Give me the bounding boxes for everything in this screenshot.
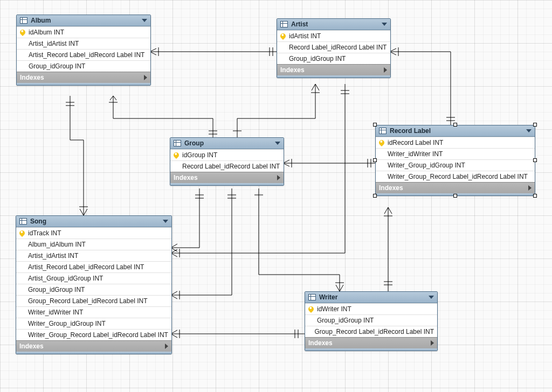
column-label: Writer_Group_idGroup INT [388,162,465,169]
column-row[interactable]: idWriter INT [305,303,437,314]
table-icon [308,294,316,300]
column-label: Writer_Group_Record Label_idRecord Label… [28,331,168,339]
collapse-icon[interactable] [382,23,387,26]
column-row[interactable]: Group_idGroup INT [305,314,437,326]
selection-handle[interactable] [533,158,537,162]
column-row[interactable]: Group_idGroup INT [277,53,390,64]
column-label: Artist_Group_idGroup INT [28,275,103,282]
column-row[interactable]: idTrack INT [16,227,171,239]
expand-icon[interactable] [144,75,147,80]
column-label: idAlbum INT [29,29,64,36]
entity-song[interactable]: SongidTrack INTAlbum_idAlbum INTArtist_i… [16,215,172,354]
column-label: Group_idGroup INT [29,62,85,70]
indexes-label: Indexes [174,174,198,181]
column-row[interactable]: idGroup INT [170,149,284,160]
column-row[interactable]: Group_Record Label_idRecord Label INT [16,295,171,306]
column-row[interactable]: idArtist INT [277,30,390,41]
entity-titlebar[interactable]: Song [16,216,171,227]
table-icon [280,21,288,27]
expand-icon[interactable] [431,340,434,346]
collapse-icon[interactable] [429,296,434,299]
primary-key-icon [378,139,385,146]
column-label: Artist_Record Label_idRecord Label INT [29,51,144,59]
entity-footer [170,183,284,185]
selection-handle[interactable] [453,123,457,127]
entity-titlebar[interactable]: Record Label [376,125,535,137]
column-row[interactable]: Artist_Record Label_idRecord Label INT [17,49,150,60]
selection-handle[interactable] [533,194,537,198]
table-icon [379,128,387,134]
column-row[interactable]: Artist_idArtist INT [17,38,150,49]
column-row[interactable]: Album_idAlbum INT [16,239,171,250]
column-label: idArtist INT [289,32,321,40]
column-row[interactable]: Writer_idWriter INT [376,148,535,159]
indexes-label: Indexes [19,342,44,350]
column-row[interactable]: Record Label_idRecord Label INT [277,41,390,53]
erd-canvas[interactable]: AlbumidAlbum INTArtist_idArtist INTArtis… [0,0,552,392]
column-row[interactable]: Group_idGroup INT [16,284,171,295]
collapse-icon[interactable] [163,220,168,223]
selection-handle[interactable] [373,123,377,127]
collapse-icon[interactable] [526,129,532,132]
column-label: Artist_Record Label_idRecord Label INT [28,263,144,271]
collapse-icon[interactable] [275,142,280,145]
column-label: Group_idGroup INT [317,317,374,324]
entity-titlebar[interactable]: Group [170,138,284,149]
column-row[interactable]: idAlbum INT [17,26,150,38]
collapse-icon[interactable] [142,19,147,22]
column-row[interactable]: Writer_Group_Record Label_idRecord Label… [16,329,171,340]
expand-icon[interactable] [384,67,387,73]
indexes-section[interactable]: Indexes [305,337,437,348]
entity-group[interactable]: GroupidGroup INTRecord Label_idRecord La… [170,137,284,186]
column-row[interactable]: Group_idGroup INT [17,60,150,72]
entity-artist[interactable]: ArtistidArtist INTRecord Label_idRecord … [277,18,391,78]
entity-title: Record Label [390,127,431,135]
column-label: Group_Record Label_idRecord Label INT [315,328,434,335]
selection-handle[interactable] [373,158,377,162]
indexes-label: Indexes [308,339,333,347]
primary-key-icon [307,305,315,313]
indexes-section[interactable]: Indexes [277,64,390,75]
column-row[interactable]: Writer_idWriter INT [16,306,171,318]
entity-writer[interactable]: WriteridWriter INTGroup_idGroup INTGroup… [305,291,438,351]
entity-album[interactable]: AlbumidAlbum INTArtist_idArtist INTArtis… [16,15,151,86]
indexes-section[interactable]: Indexes [170,172,284,183]
expand-icon[interactable] [277,175,280,180]
column-label: idRecord Label INT [388,139,443,146]
entity-record-label[interactable]: Record LabelidRecord Label INTWriter_idW… [375,125,535,196]
column-row[interactable]: Artist_idArtist INT [16,250,171,261]
entity-titlebar[interactable]: Artist [277,19,390,30]
entity-title: Writer [319,293,337,301]
column-label: Writer_idWriter INT [28,309,83,316]
column-row[interactable]: Record Label_idRecord Label INT [170,160,284,172]
column-row[interactable]: Writer_Group_idGroup INT [16,318,171,329]
indexes-label: Indexes [20,74,44,81]
expand-icon[interactable] [165,344,168,349]
column-row[interactable]: Group_Record Label_idRecord Label INT [305,326,437,337]
entity-titlebar[interactable]: Writer [305,292,437,303]
selection-handle[interactable] [453,194,457,198]
selection-handle[interactable] [373,194,377,198]
column-row[interactable]: Artist_Record Label_idRecord Label INT [16,261,171,272]
entity-footer [277,75,390,78]
entity-footer [17,83,150,85]
primary-key-icon [172,151,180,159]
column-label: idTrack INT [28,229,61,237]
selection-handle[interactable] [533,123,537,127]
column-label: Writer_Group_idGroup INT [28,320,106,327]
table-icon [174,140,181,146]
column-row[interactable]: idRecord Label INT [376,137,535,148]
indexes-section[interactable]: Indexes [16,340,171,352]
entity-title: Artist [291,20,308,28]
entity-title: Song [30,218,46,225]
column-label: Record Label_idRecord Label INT [289,44,387,51]
expand-icon[interactable] [528,185,532,191]
column-row[interactable]: Writer_Group_Record Label_idRecord Label… [376,171,535,182]
indexes-section[interactable]: Indexes [376,182,535,193]
primary-key-icon [19,29,26,36]
column-row[interactable]: Writer_Group_idGroup INT [376,159,535,171]
indexes-section[interactable]: Indexes [17,72,150,83]
primary-key-icon [279,32,287,40]
entity-titlebar[interactable]: Album [17,15,150,26]
column-row[interactable]: Artist_Group_idGroup INT [16,272,171,284]
